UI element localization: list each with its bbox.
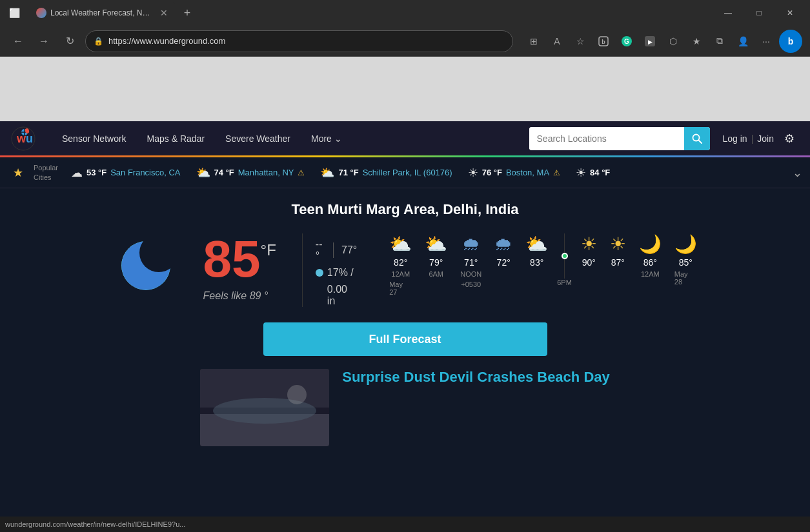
search-button[interactable] — [684, 127, 710, 150]
tab-close-button[interactable]: ✕ — [160, 8, 168, 18]
partly-cloud-icon-schiller: ⛅ — [320, 166, 334, 180]
profile-icon[interactable]: 👤 — [733, 31, 753, 52]
city-temp-ny: 74 °F — [214, 168, 234, 177]
hour-temp-5: 83° — [530, 257, 543, 268]
menu-button[interactable]: ··· — [756, 31, 776, 52]
favorites-icon[interactable]: ★ — [686, 31, 707, 52]
search-input[interactable] — [529, 127, 684, 150]
forward-button[interactable]: → — [34, 31, 54, 52]
extension1-icon[interactable]: b — [593, 31, 614, 52]
full-forecast-button[interactable]: Full Forecast — [263, 322, 547, 356]
city-temp-schiller: 71 °F — [338, 168, 358, 177]
hour-time-1: 12AM — [391, 270, 410, 278]
ad-banner — [0, 57, 810, 121]
toolbar-icons: ⊞ A ☆ b G ▶ ⬡ ★ ⧉ 👤 ··· b — [523, 30, 802, 53]
hour-item-3: 🌧 71° NOON +0530 — [454, 233, 488, 288]
window-controls: — □ ✕ — [713, 3, 805, 23]
hour-rain-icon-1: 🌧 — [462, 233, 480, 255]
city-item-extra[interactable]: ☀ 84 °F — [568, 166, 618, 180]
hour-cloud-icon-2: ⛅ — [425, 233, 447, 255]
popular-cities-label: Popular Cities — [34, 163, 58, 182]
hour-sun-icon-1: ☀ — [581, 233, 597, 255]
bing-copilot-icon[interactable]: b — [779, 30, 802, 53]
weather-stats: --° 77° 17% / 0.00 in — [302, 233, 357, 307]
svg-text:▶: ▶ — [648, 39, 653, 45]
city-item-boston[interactable]: ☀ 76 °F Boston, MA ⚠ — [460, 166, 568, 180]
url-bar[interactable]: 🔒 https://www.wunderground.com — [85, 30, 513, 52]
hour-time-8: 12AM — [641, 270, 660, 278]
maximize-button[interactable]: □ — [744, 3, 774, 23]
extension3-icon[interactable]: ⬡ — [663, 31, 683, 52]
moon-icon-large — [115, 233, 177, 298]
grid-icon[interactable]: ⊞ — [523, 31, 544, 52]
chevron-down-icon: ⌄ — [334, 133, 342, 144]
city-name-boston: Boston, MA — [506, 168, 549, 177]
city-name-schiller: Schiller Park, IL (60176) — [363, 168, 452, 177]
address-bar: ← → ↻ 🔒 https://www.wunderground.com ⊞ A… — [0, 26, 810, 57]
sun-icon-extra: ☀ — [576, 166, 586, 180]
svg-text:G: G — [624, 38, 629, 45]
star-toolbar-icon[interactable]: ☆ — [570, 31, 591, 52]
expand-cities-button[interactable]: ⌄ — [793, 166, 802, 180]
precip-value: 0.00 in — [316, 284, 357, 307]
svg-line-12 — [698, 140, 702, 143]
cities-list: ☁ 53 °F San Francisco, CA ⛅ 74 °F Manhat… — [63, 166, 787, 180]
nav-links: Sensor Network Maps & Radar Severe Weath… — [52, 133, 352, 144]
city-item-ny[interactable]: ⛅ 74 °F Manhattan, NY ⚠ — [188, 166, 313, 180]
settings-button[interactable]: ⚙ — [779, 128, 800, 149]
hour-temp-8: 86° — [643, 257, 657, 268]
cities-bar: ★ Popular Cities ☁ 53 °F San Francisco, … — [0, 157, 810, 188]
temperature-value: 85 — [203, 233, 261, 285]
hour-item-5: ⛅ 83° — [519, 233, 554, 268]
status-bar: wunderground.com/weather/in/new-delhi/ID… — [0, 517, 810, 532]
hour-rain-icon-2: 🌧 — [494, 233, 512, 255]
hour-sun-icon-2: ☀ — [610, 233, 626, 255]
weather-location: Teen Murti Marg Area, Delhi, India — [291, 201, 518, 218]
city-temp-boston: 76 °F — [482, 168, 502, 177]
more-button[interactable]: More ⌄ — [301, 133, 352, 144]
login-link[interactable]: Log in — [723, 133, 747, 144]
hour-item-2: ⛅ 79° 6AM — [418, 233, 454, 278]
extension2-icon[interactable]: ▶ — [640, 31, 660, 52]
site-navbar: w u Sensor Network Maps & Radar Severe W… — [0, 121, 810, 157]
sensor-network-link[interactable]: Sensor Network — [52, 133, 137, 144]
auth-links: Log in | Join — [723, 133, 774, 144]
close-button[interactable]: ✕ — [775, 3, 805, 23]
humidity-icon — [316, 269, 323, 277]
hour-moon-icon-1: 🌙 — [639, 233, 662, 255]
low-temp: 77° — [341, 244, 357, 256]
grammarly-icon[interactable]: G — [616, 31, 637, 52]
hour-moon-icon-2: 🌙 — [674, 233, 696, 255]
city-item-sf[interactable]: ☁ 53 °F San Francisco, CA — [63, 166, 188, 180]
wu-logo[interactable]: w u — [10, 126, 36, 152]
refresh-button[interactable]: ↻ — [59, 31, 80, 52]
city-item-schiller[interactable]: ⛅ 71 °F Schiller Park, IL (60176) — [312, 166, 460, 180]
hour-item-1: ⛅ 82° 12AM May 27 — [383, 233, 418, 296]
active-tab[interactable]: Local Weather Forecast, News an ✕ — [28, 2, 176, 24]
humidity-row: 17% / — [316, 267, 357, 279]
sidebar-button[interactable]: ⬜ — [5, 4, 23, 22]
svg-text:b: b — [602, 39, 605, 45]
hour-temp-4: 72° — [497, 257, 511, 268]
current-weather: 85 °F Feels like 89 ° — [203, 233, 276, 302]
maps-radar-link[interactable]: Maps & Radar — [137, 133, 215, 144]
city-temp-extra: 84 °F — [590, 168, 610, 177]
hour-temp-2: 79° — [429, 257, 443, 268]
minimize-button[interactable]: — — [713, 3, 743, 23]
back-button[interactable]: ← — [8, 31, 28, 52]
hour-item-9: 🌙 85° May 28 — [668, 233, 696, 286]
font-icon[interactable]: A — [547, 31, 567, 52]
city-name-ny: Manhattan, NY — [238, 168, 294, 177]
time-divider: 6PM — [554, 233, 574, 286]
favorites-cities-button[interactable]: ★ — [8, 163, 28, 183]
new-tab-button[interactable]: + — [178, 4, 196, 22]
warning-icon-ny: ⚠ — [298, 168, 305, 177]
hour-cloud-icon-1: ⛅ — [389, 233, 412, 255]
join-link[interactable]: Join — [757, 133, 774, 144]
search-input-wrap — [529, 127, 710, 150]
news-area: Surprise Dust Devil Crashes Beach Day — [181, 369, 629, 446]
collections-icon[interactable]: ⧉ — [709, 31, 730, 52]
news-title[interactable]: Surprise Dust Devil Crashes Beach Day — [342, 369, 610, 386]
severe-weather-link[interactable]: Severe Weather — [215, 133, 301, 144]
title-bar: ⬜ Local Weather Forecast, News an ✕ + — … — [0, 0, 810, 26]
